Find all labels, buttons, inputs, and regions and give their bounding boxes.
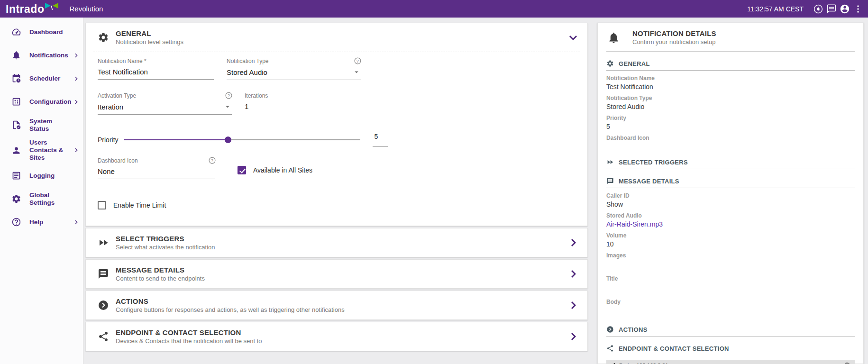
general-section-header[interactable]: GENERAL Notification level settings [86,23,587,52]
details-selected-triggers-header: SELECTED TRIGGERS [606,158,855,169]
dashboard-icon-field: Dashboard Icon None ? [98,157,215,179]
actions-header[interactable]: ACTIONS Configure buttons for responses … [86,291,587,319]
chevron-right-icon[interactable] [567,331,579,342]
message-details-header[interactable]: MESSAGE DETAILS Content to send to the e… [86,260,587,288]
svg-text:?: ? [211,158,213,163]
logo-text: Intrado [6,2,44,16]
summary-field: Stored Audio Air-Raid-Siren.mp3 [606,212,855,228]
activation-type-field: Activation Type Iteration ? [98,92,232,115]
iterations-field: Iterations 1 [245,92,396,115]
dashboard-icon-select[interactable]: None [98,166,215,179]
sidebar-item-help[interactable]: Help [0,210,83,234]
gear-icon [98,32,109,43]
svg-text:?: ? [228,93,230,98]
summary-field: Dashboard Icon [606,135,855,150]
summary-field: Notification Type Stored Audio [606,95,855,110]
panel-subtitle: Confirm your notification setup [632,38,716,46]
details-actions-header: ACTIONS [606,326,855,337]
summary-field: Body [606,299,855,314]
messages-icon[interactable] [826,4,837,14]
person-icon [11,146,21,155]
enable-time-limit-checkbox-row[interactable]: Enable Time Limit [98,201,576,211]
section-title: GENERAL [116,29,183,37]
panel-title: NOTIFICATION DETAILS [632,29,716,37]
available-all-sites-checkbox-row[interactable]: Available in All Sites [238,166,312,179]
clock: 11:32:57 AM CEST [747,5,804,13]
notification-details-panel: NOTIFICATION DETAILS Confirm your notifi… [597,23,864,364]
chevron-right-icon[interactable] [567,237,579,248]
stored-audio-link[interactable]: Air-Raid-Siren.mp3 [606,220,855,228]
summary-field: Volume 10 [606,232,855,248]
fast-forward-icon [606,158,614,166]
svg-text:?: ? [356,59,359,64]
checkbox-checked[interactable] [238,166,246,174]
actions-card: ACTIONS Configure buttons for responses … [85,291,588,320]
details-general-header: GENERAL [606,60,855,71]
sidebar-item-system-status[interactable]: System Status [0,113,83,136]
sidebar-item-notifications[interactable]: Notifications [0,44,83,67]
gear-icon [606,60,614,67]
sidebar-item-configuration[interactable]: Configuration [0,90,83,113]
sidebar: Dashboard Notifications Scheduler Config… [0,18,83,364]
details-panel-header: NOTIFICATION DETAILS Confirm your notifi… [606,23,855,52]
sidebar-item-users-contacts-sites[interactable]: Users Contacts & Sites [0,136,83,164]
calendar-clock-icon [11,73,21,83]
general-section-card: GENERAL Notification level settings Noti… [85,23,588,226]
summary-field: Title [606,275,855,291]
chevron-right-icon [73,75,79,82]
endpoint-contact-card: ENDPOINT & CONTACT SELECTION Devices & C… [85,322,588,351]
chevron-right-icon[interactable] [567,268,579,280]
account-icon[interactable] [840,4,850,14]
more-menu-icon[interactable] [853,4,863,14]
circle-arrow-icon [98,300,109,311]
summary-field: Caller ID Show [606,192,855,208]
delete-endpoint-icon[interactable] [843,362,851,364]
summary-field: Images [606,252,855,268]
dragonfly-icon [45,2,59,10]
sidebar-item-scheduler[interactable]: Scheduler [0,67,83,90]
priority-slider[interactable] [124,136,360,143]
chevron-right-icon [73,99,79,105]
share-icon [98,331,109,342]
chat-bubble-icon [606,177,614,185]
details-message-header: MESSAGE DETAILS [606,177,855,188]
document-check-icon [11,120,21,130]
chevron-down-icon[interactable] [567,32,579,43]
topbar-actions: 11:32:57 AM CEST [747,4,863,14]
configuration-icon [11,97,21,107]
endpoint-contact-header[interactable]: ENDPOINT & CONTACT SELECTION Devices & C… [86,322,587,351]
dropdown-caret-icon[interactable] [352,68,361,76]
sidebar-item-logging[interactable]: Logging [0,164,83,187]
bell-icon [11,50,21,60]
fast-forward-icon [98,237,109,248]
summary-field: Priority 5 [606,115,855,130]
notification-type-field: Notification Type Stored Audio ? [227,58,361,80]
general-form: Notification Name * Test Notification No… [86,52,587,226]
help-icon[interactable]: ? [354,57,362,65]
alarm-icon[interactable] [813,4,823,14]
gear-icon [11,194,21,204]
priority-label: Priority [98,136,119,144]
help-icon[interactable]: ? [225,91,233,100]
iterations-input[interactable]: 1 [245,101,396,114]
help-circle-icon [11,217,21,227]
chevron-right-icon [73,219,79,225]
sidebar-item-dashboard[interactable]: Dashboard [0,20,83,44]
notification-type-select[interactable]: Stored Audio [227,67,361,80]
notification-name-input[interactable]: Test Notification [98,67,214,80]
activation-type-select[interactable]: Iteration [98,101,232,115]
help-icon[interactable]: ? [208,156,216,164]
app-name: Revolution [69,5,103,13]
priority-value[interactable]: 5 [373,133,388,147]
sidebar-item-global-settings[interactable]: Global Settings [0,187,83,210]
dropdown-caret-icon[interactable] [223,102,232,111]
chevron-right-icon[interactable] [567,300,579,311]
checkbox-unchecked[interactable] [98,201,106,209]
intrado-logo[interactable]: Intrado [6,2,59,16]
circle-arrow-icon [606,326,614,333]
priority-row: Priority 5 [98,133,576,147]
slider-thumb-handle[interactable] [225,136,231,143]
share-icon [606,345,614,352]
chevron-right-icon [73,52,79,58]
select-triggers-header[interactable]: SELECT TRIGGERS Select what activates th… [86,228,587,257]
